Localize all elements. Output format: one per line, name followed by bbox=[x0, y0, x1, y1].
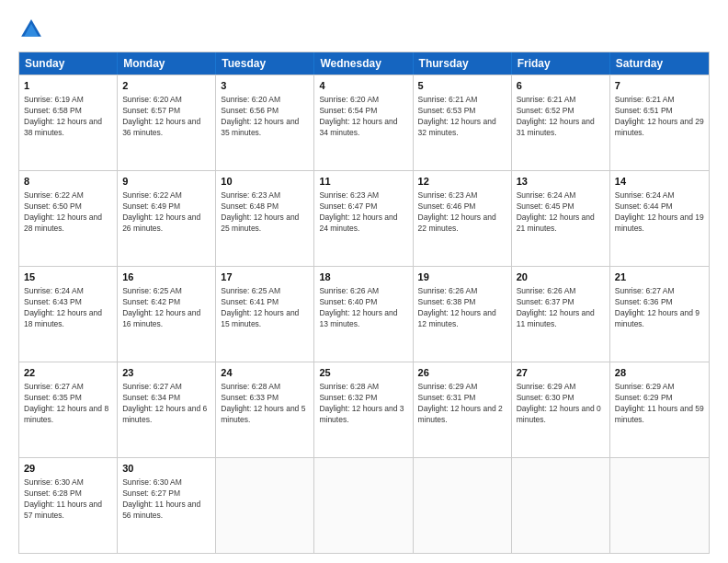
day-number: 20 bbox=[517, 270, 605, 284]
day-number: 8 bbox=[24, 175, 112, 189]
sunrise-text: Sunrise: 6:21 AM bbox=[615, 95, 675, 104]
sunrise-text: Sunrise: 6:29 AM bbox=[517, 382, 576, 391]
sunset-text: Sunset: 6:45 PM bbox=[517, 201, 574, 211]
sunrise-text: Sunrise: 6:22 AM bbox=[24, 190, 84, 200]
sunset-text: Sunset: 6:38 PM bbox=[418, 297, 476, 306]
calendar-cell-6: 6Sunrise: 6:21 AMSunset: 6:52 PMDaylight… bbox=[512, 75, 610, 170]
daylight-text: Daylight: 12 hours and 32 minutes. bbox=[418, 117, 496, 137]
sunrise-text: Sunrise: 6:30 AM bbox=[122, 477, 182, 487]
sunset-text: Sunset: 6:41 PM bbox=[221, 297, 279, 306]
sunrise-text: Sunrise: 6:27 AM bbox=[122, 382, 182, 391]
day-number: 11 bbox=[319, 175, 407, 189]
sunrise-text: Sunrise: 6:19 AM bbox=[24, 95, 84, 104]
day-number: 18 bbox=[319, 270, 407, 284]
sunset-text: Sunset: 6:29 PM bbox=[615, 393, 673, 402]
calendar-cell-3: 3Sunrise: 6:20 AMSunset: 6:56 PMDaylight… bbox=[216, 75, 314, 170]
calendar-cell-empty bbox=[314, 458, 413, 553]
sunrise-text: Sunrise: 6:24 AM bbox=[615, 190, 675, 200]
day-number: 12 bbox=[418, 175, 506, 189]
day-header-tuesday: Tuesday bbox=[216, 52, 314, 75]
day-number: 16 bbox=[122, 270, 210, 284]
logo bbox=[18, 17, 48, 42]
sunrise-text: Sunrise: 6:20 AM bbox=[122, 95, 182, 104]
day-number: 25 bbox=[319, 366, 407, 380]
daylight-text: Daylight: 12 hours and 18 minutes. bbox=[24, 308, 102, 328]
calendar-row-1: 8Sunrise: 6:22 AMSunset: 6:50 PMDaylight… bbox=[19, 170, 709, 266]
sunset-text: Sunset: 6:46 PM bbox=[418, 201, 476, 211]
calendar-body: 1Sunrise: 6:19 AMSunset: 6:58 PMDaylight… bbox=[19, 75, 709, 553]
daylight-text: Daylight: 12 hours and 22 minutes. bbox=[418, 213, 496, 233]
calendar-cell-29: 29Sunrise: 6:30 AMSunset: 6:28 PMDayligh… bbox=[19, 458, 118, 553]
calendar-cell-19: 19Sunrise: 6:26 AMSunset: 6:38 PMDayligh… bbox=[414, 267, 512, 362]
daylight-text: Daylight: 12 hours and 19 minutes. bbox=[615, 213, 704, 233]
sunset-text: Sunset: 6:42 PM bbox=[122, 297, 180, 306]
daylight-text: Daylight: 12 hours and 6 minutes. bbox=[122, 404, 207, 424]
sunset-text: Sunset: 6:37 PM bbox=[517, 297, 574, 306]
day-number: 30 bbox=[122, 462, 210, 476]
calendar-cell-18: 18Sunrise: 6:26 AMSunset: 6:40 PMDayligh… bbox=[314, 267, 413, 362]
day-number: 13 bbox=[517, 175, 605, 189]
calendar-cell-21: 21Sunrise: 6:27 AMSunset: 6:36 PMDayligh… bbox=[610, 267, 709, 362]
day-header-sunday: Sunday bbox=[19, 52, 118, 75]
calendar-row-0: 1Sunrise: 6:19 AMSunset: 6:58 PMDaylight… bbox=[19, 75, 709, 170]
header bbox=[18, 17, 710, 42]
daylight-text: Daylight: 12 hours and 12 minutes. bbox=[418, 308, 496, 328]
sunrise-text: Sunrise: 6:28 AM bbox=[319, 382, 379, 391]
sunrise-text: Sunrise: 6:29 AM bbox=[615, 382, 675, 391]
day-header-wednesday: Wednesday bbox=[314, 52, 413, 75]
daylight-text: Daylight: 12 hours and 38 minutes. bbox=[24, 117, 102, 137]
day-number: 23 bbox=[122, 366, 210, 380]
sunset-text: Sunset: 6:35 PM bbox=[24, 393, 82, 402]
calendar-cell-7: 7Sunrise: 6:21 AMSunset: 6:51 PMDaylight… bbox=[610, 75, 709, 170]
sunrise-text: Sunrise: 6:30 AM bbox=[24, 477, 84, 487]
daylight-text: Daylight: 12 hours and 21 minutes. bbox=[517, 213, 595, 233]
day-number: 19 bbox=[418, 270, 506, 284]
day-header-saturday: Saturday bbox=[610, 52, 709, 75]
sunset-text: Sunset: 6:43 PM bbox=[24, 297, 82, 306]
calendar-row-4: 29Sunrise: 6:30 AMSunset: 6:28 PMDayligh… bbox=[19, 457, 709, 553]
day-header-thursday: Thursday bbox=[414, 52, 512, 75]
sunset-text: Sunset: 6:54 PM bbox=[319, 106, 377, 115]
sunset-text: Sunset: 6:40 PM bbox=[319, 297, 377, 306]
sunrise-text: Sunrise: 6:27 AM bbox=[615, 286, 675, 295]
daylight-text: Daylight: 12 hours and 5 minutes. bbox=[221, 404, 305, 424]
calendar-cell-9: 9Sunrise: 6:22 AMSunset: 6:49 PMDaylight… bbox=[118, 171, 216, 266]
calendar-cell-24: 24Sunrise: 6:28 AMSunset: 6:33 PMDayligh… bbox=[216, 362, 314, 457]
day-number: 15 bbox=[24, 270, 112, 284]
daylight-text: Daylight: 12 hours and 35 minutes. bbox=[221, 117, 299, 137]
sunrise-text: Sunrise: 6:24 AM bbox=[24, 286, 84, 295]
daylight-text: Daylight: 11 hours and 59 minutes. bbox=[615, 404, 704, 424]
daylight-text: Daylight: 11 hours and 57 minutes. bbox=[24, 500, 102, 520]
daylight-text: Daylight: 12 hours and 34 minutes. bbox=[319, 117, 397, 137]
sunrise-text: Sunrise: 6:22 AM bbox=[122, 190, 182, 200]
calendar: SundayMondayTuesdayWednesdayThursdayFrid… bbox=[18, 52, 710, 554]
day-number: 29 bbox=[24, 462, 112, 476]
daylight-text: Daylight: 12 hours and 16 minutes. bbox=[122, 308, 200, 328]
sunset-text: Sunset: 6:56 PM bbox=[221, 106, 279, 115]
sunset-text: Sunset: 6:49 PM bbox=[122, 201, 180, 211]
day-number: 7 bbox=[615, 79, 704, 93]
daylight-text: Daylight: 12 hours and 11 minutes. bbox=[517, 308, 595, 328]
sunset-text: Sunset: 6:47 PM bbox=[319, 201, 377, 211]
daylight-text: Daylight: 12 hours and 8 minutes. bbox=[24, 404, 108, 424]
calendar-cell-empty bbox=[512, 458, 610, 553]
daylight-text: Daylight: 12 hours and 26 minutes. bbox=[122, 213, 200, 233]
day-header-friday: Friday bbox=[512, 52, 610, 75]
calendar-cell-2: 2Sunrise: 6:20 AMSunset: 6:57 PMDaylight… bbox=[118, 75, 216, 170]
sunrise-text: Sunrise: 6:24 AM bbox=[517, 190, 576, 200]
calendar-cell-16: 16Sunrise: 6:25 AMSunset: 6:42 PMDayligh… bbox=[118, 267, 216, 362]
sunset-text: Sunset: 6:28 PM bbox=[24, 488, 82, 498]
sunrise-text: Sunrise: 6:20 AM bbox=[221, 95, 280, 104]
calendar-cell-5: 5Sunrise: 6:21 AMSunset: 6:53 PMDaylight… bbox=[414, 75, 512, 170]
sunrise-text: Sunrise: 6:21 AM bbox=[517, 95, 576, 104]
daylight-text: Daylight: 12 hours and 2 minutes. bbox=[418, 404, 503, 424]
sunset-text: Sunset: 6:57 PM bbox=[122, 106, 180, 115]
calendar-cell-14: 14Sunrise: 6:24 AMSunset: 6:44 PMDayligh… bbox=[610, 171, 709, 266]
calendar-cell-27: 27Sunrise: 6:29 AMSunset: 6:30 PMDayligh… bbox=[512, 362, 610, 457]
daylight-text: Daylight: 12 hours and 29 minutes. bbox=[615, 117, 704, 137]
daylight-text: Daylight: 12 hours and 0 minutes. bbox=[517, 404, 601, 424]
daylight-text: Daylight: 12 hours and 31 minutes. bbox=[517, 117, 595, 137]
calendar-cell-empty bbox=[610, 458, 709, 553]
calendar-cell-25: 25Sunrise: 6:28 AMSunset: 6:32 PMDayligh… bbox=[314, 362, 413, 457]
day-number: 9 bbox=[122, 175, 210, 189]
